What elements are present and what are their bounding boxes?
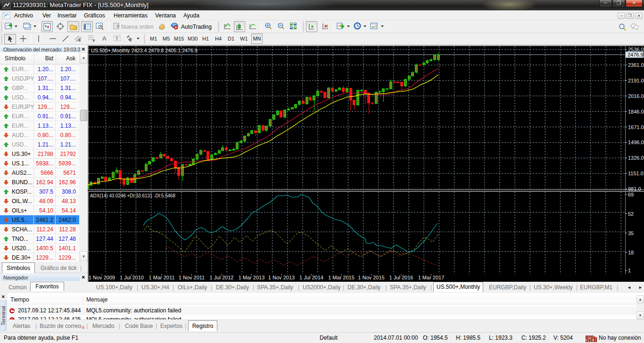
svg-text:A: A: [102, 35, 107, 42]
svg-text:52: 52: [628, 211, 634, 217]
svg-text:ADX(14) 43.0246 +DI:33.6131 -D: ADX(14) 43.0246 +DI:33.6131 -DI:5.5468: [90, 193, 175, 198]
svg-text:1 Mar 2011: 1 Mar 2011: [149, 275, 175, 280]
svg-text:E: E: [79, 39, 81, 42]
svg-text:981.0: 981.0: [628, 186, 641, 192]
svg-text:1: 1: [628, 268, 631, 273]
svg-text:1496.0: 1496.0: [628, 139, 644, 145]
svg-text:1326.0: 1326.0: [628, 155, 644, 161]
svg-text:F: F: [93, 39, 95, 42]
svg-text:69: 69: [628, 192, 634, 197]
svg-text:2191.0: 2191.0: [628, 78, 644, 83]
svg-text:1 Mar 2017: 1 Mar 2017: [418, 275, 445, 280]
svg-text:1671.0: 1671.0: [628, 124, 644, 130]
svg-text:1 Jul 2014: 1 Jul 2014: [299, 275, 323, 280]
svg-text:1 Jul 2010: 1 Jul 2010: [120, 275, 144, 280]
svg-text:1 Nov 2013: 1 Nov 2013: [268, 275, 295, 280]
svg-text:18: 18: [628, 250, 634, 255]
svg-text:1 Nov 2015: 1 Nov 2015: [358, 275, 384, 280]
svg-text:1 Jul 2012: 1 Jul 2012: [210, 275, 234, 280]
svg-text:1 Mar 2013: 1 Mar 2013: [239, 275, 265, 280]
svg-text:2016.0: 2016.0: [628, 93, 644, 99]
svg-text:35: 35: [628, 230, 634, 236]
svg-text:1 Mar 2015: 1 Mar 2015: [328, 275, 355, 280]
svg-text:1 Nov 2011: 1 Nov 2011: [179, 275, 205, 280]
svg-text:2476.9: 2476.9: [627, 52, 644, 57]
svg-text:2361.0: 2361.0: [628, 62, 644, 68]
svg-text:1846.0: 1846.0: [628, 109, 644, 114]
svg-text:1151.0: 1151.0: [628, 171, 644, 176]
svg-text:1 Jul 2016: 1 Jul 2016: [389, 275, 413, 280]
svg-text:1 Nov 2009: 1 Nov 2009: [89, 275, 115, 280]
svg-text:T: T: [116, 36, 119, 41]
svg-text:US.500+,Monthly 2423.4 2479.8: US.500+,Monthly 2423.4 2479.8 2405.1 247…: [91, 48, 198, 53]
